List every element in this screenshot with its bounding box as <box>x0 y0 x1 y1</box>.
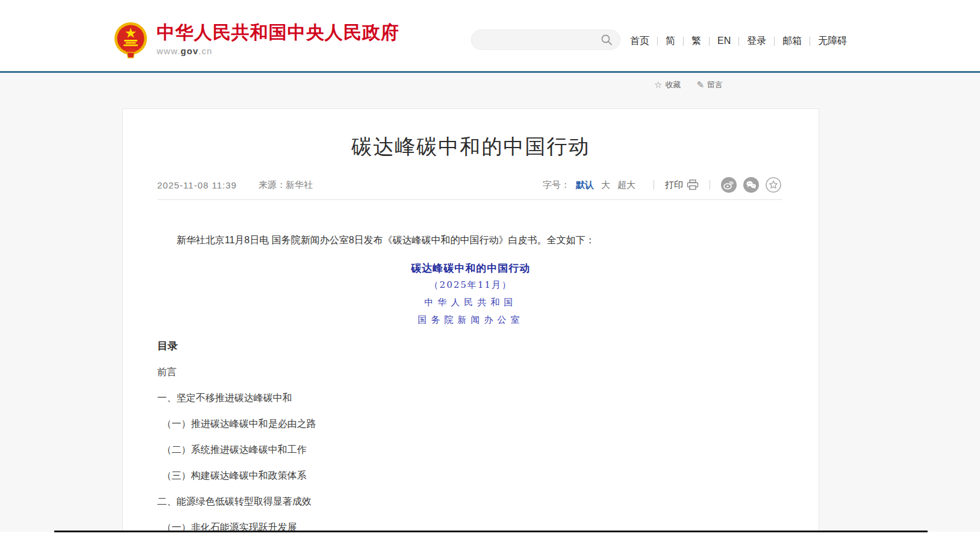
nav-simplified[interactable]: 简 <box>658 34 683 48</box>
article-title: 碳达峰碳中和的中国行动 <box>123 133 819 161</box>
article-meta-left: 2025-11-08 11:39 来源： 新华社 <box>157 179 313 191</box>
site-header: 中华人民共和国中央人民政府 www.gov.cn 首页 简 繁 EN 登录 邮箱 <box>0 0 980 71</box>
message-label: 留言 <box>707 79 723 90</box>
source-value: 新华社 <box>286 179 313 191</box>
message-button[interactable]: ✎ 留言 <box>696 79 723 90</box>
weibo-share-icon[interactable] <box>721 177 737 193</box>
national-emblem-icon <box>113 22 148 60</box>
nav-home[interactable]: 首页 <box>630 34 657 48</box>
toc-item: 一、坚定不移推进碳达峰碳中和 <box>157 391 784 405</box>
wechat-share-icon[interactable] <box>743 177 759 193</box>
toc-heading: 目录 <box>157 339 784 353</box>
whitepaper-org-line2: 国务院新闻办公室 <box>157 313 784 326</box>
site-logo[interactable]: 中华人民共和国中央人民政府 www.gov.cn <box>113 22 399 60</box>
site-url-www: www. <box>157 46 181 56</box>
nav-login[interactable]: 登录 <box>739 34 774 48</box>
article-card: 碳达峰碳中和的中国行动 2025-11-08 11:39 来源： 新华社 字号：… <box>122 108 819 532</box>
nav-mail[interactable]: 邮箱 <box>775 34 810 48</box>
font-size-large-button[interactable]: 大 <box>601 179 610 191</box>
lead-paragraph: 新华社北京11月8日电 国务院新闻办公室8日发布《碳达峰碳中和的中国行动》白皮书… <box>157 233 784 247</box>
site-url-gov: gov <box>181 46 199 56</box>
favorite-label: 收藏 <box>665 79 681 90</box>
favorite-button[interactable]: ☆ 收藏 <box>654 79 681 90</box>
article-body: 新华社北京11月8日电 国务院新闻办公室8日发布《碳达峰碳中和的中国行动》白皮书… <box>157 227 784 535</box>
article-meta-row: 2025-11-08 11:39 来源： 新华社 字号： 默认 大 超大 打印 <box>157 176 781 193</box>
page: 中华人民共和国中央人民政府 www.gov.cn 首页 简 繁 EN 登录 邮箱 <box>0 0 980 551</box>
nav-english[interactable]: EN <box>710 34 738 48</box>
whitepaper-org-line1: 中华人民共和国 <box>157 296 784 309</box>
nav-accessibility[interactable]: 无障碍 <box>810 34 855 48</box>
pencil-icon: ✎ <box>696 79 704 90</box>
meta-divider <box>157 199 782 200</box>
share-icons <box>721 177 781 193</box>
meta-separator <box>654 180 654 190</box>
printer-icon <box>687 179 699 190</box>
toc-item: （一）推进碳达峰碳中和是必由之路 <box>157 417 784 431</box>
article-date: 2025-11-08 11:39 <box>157 180 237 190</box>
whitepaper-date: （2025年11月） <box>157 278 784 291</box>
source-label: 来源： <box>258 179 286 191</box>
search-box <box>471 30 620 50</box>
site-url: www.gov.cn <box>157 46 399 56</box>
print-label: 打印 <box>665 179 683 191</box>
toc-item: （三）构建碳达峰碳中和政策体系 <box>157 469 784 483</box>
site-url-cn: .cn <box>199 46 213 56</box>
nav-traditional[interactable]: 繁 <box>684 34 709 48</box>
quick-actions: ☆ 收藏 ✎ 留言 <box>654 79 723 90</box>
site-title: 中华人民共和国中央人民政府 <box>157 22 399 43</box>
whitepaper-title: 碳达峰碳中和的中国行动 <box>157 261 784 276</box>
toc-item: （一）非化石能源实现跃升发展 <box>157 520 784 535</box>
font-size-label: 字号： <box>543 179 570 191</box>
meta-separator <box>710 180 710 190</box>
toc-item: 前言 <box>157 365 784 379</box>
toc-item: （二）系统推进碳达峰碳中和工作 <box>157 443 784 457</box>
toc-item: 二、能源绿色低碳转型取得显著成效 <box>157 494 784 509</box>
font-size-xlarge-button[interactable]: 超大 <box>617 179 635 191</box>
star-icon: ☆ <box>654 79 662 90</box>
print-button[interactable]: 打印 <box>665 179 699 191</box>
font-size-default-button[interactable]: 默认 <box>576 179 594 191</box>
search-input[interactable] <box>472 31 601 49</box>
site-title-block: 中华人民共和国中央人民政府 www.gov.cn <box>157 22 399 56</box>
top-nav: 首页 简 繁 EN 登录 邮箱 无障碍 <box>630 34 855 48</box>
article-meta-right: 字号： 默认 大 超大 打印 <box>543 177 781 193</box>
search-icon[interactable] <box>601 34 613 46</box>
more-share-icon[interactable] <box>766 177 781 193</box>
bottom-edge-line <box>54 531 928 532</box>
